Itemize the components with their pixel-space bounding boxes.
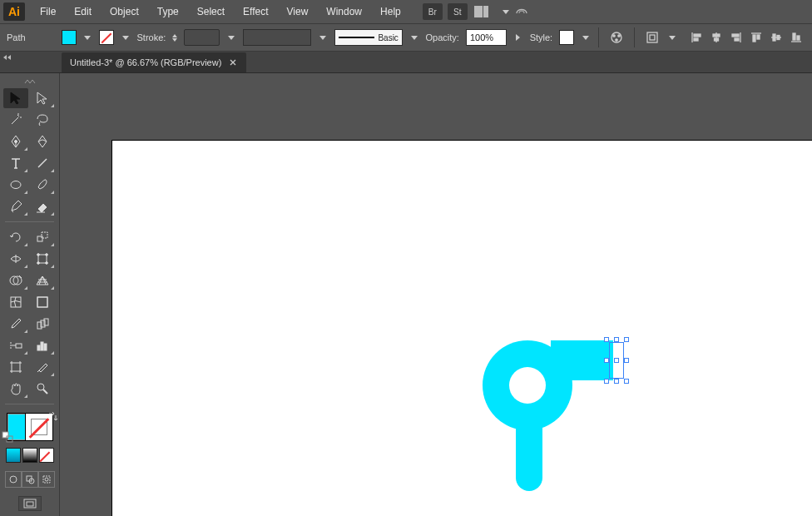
rotate-tool[interactable] [3,227,28,247]
artwork-bottom-bar[interactable] [516,414,542,491]
resize-handle-left-center[interactable] [604,358,609,363]
arrange-documents-button[interactable] [474,4,496,19]
paintbrush-tool[interactable] [30,175,55,195]
blend-tool[interactable] [30,314,55,334]
center-point-handle[interactable] [614,358,619,363]
column-graph-tool[interactable] [30,335,55,355]
align-top-icon[interactable] [747,28,765,47]
draw-behind-button[interactable] [22,471,38,488]
recolor-artwork-icon[interactable] [607,28,625,47]
tools-panel [0,73,60,516]
opacity-dropdown[interactable] [513,30,523,45]
graphic-style-swatch[interactable] [559,30,574,45]
opacity-field[interactable]: 100% [466,29,507,46]
gradient-tool[interactable] [30,292,55,312]
artboard[interactable] [111,140,812,516]
artboard-tool[interactable] [3,357,28,377]
align-left-icon[interactable] [687,28,706,47]
line-segment-tool[interactable] [30,153,55,173]
stroke-swatch[interactable] [99,30,114,45]
scale-tool[interactable] [30,227,55,247]
swap-fill-stroke-icon[interactable] [47,411,58,423]
mesh-tool[interactable] [3,292,28,312]
menu-type[interactable]: Type [149,2,187,21]
resize-handle-bottom-center[interactable] [614,379,619,384]
menu-edit[interactable]: Edit [66,2,100,21]
canvas-area[interactable] [60,73,812,516]
gpu-preview-icon[interactable] [512,2,531,21]
fill-swatch[interactable] [62,30,77,45]
arrange-documents-dropdown[interactable] [501,4,511,19]
resize-handle-bottom-left[interactable] [604,379,609,384]
menu-select[interactable]: Select [189,2,233,21]
type-tool[interactable] [3,153,28,173]
selection-tool[interactable] [3,88,28,108]
align-hcenter-icon[interactable] [707,28,725,47]
stroke-weight-field[interactable] [184,29,220,46]
direct-selection-tool[interactable] [30,88,55,108]
width-tool[interactable] [3,249,28,269]
gradient-mode-button[interactable] [22,448,37,463]
ellipse-tool[interactable] [3,175,28,195]
stroke-weight-dropdown[interactable] [226,30,236,45]
color-mode-button[interactable] [6,448,21,463]
align-vcenter-icon[interactable] [767,28,785,47]
variable-width-profile[interactable] [243,29,311,46]
eyedropper-tool[interactable] [3,314,28,334]
align-right-icon[interactable] [727,28,745,47]
eraser-tool[interactable] [30,196,55,216]
stroke-weight-stepper[interactable] [172,34,177,42]
fill-stroke-control[interactable] [7,413,53,442]
fill-dropdown[interactable] [83,30,93,45]
menu-view[interactable]: View [279,2,317,21]
brush-dropdown[interactable] [409,30,419,45]
align-to-dropdown[interactable] [667,30,677,45]
draw-inside-button[interactable] [38,471,55,488]
svg-rect-23 [797,36,800,40]
default-fill-stroke-icon[interactable] [2,431,13,443]
menu-effect[interactable]: Effect [235,2,276,21]
align-to-selection-icon[interactable] [643,28,661,47]
shape-builder-tool[interactable] [3,270,28,290]
menu-window[interactable]: Window [318,2,370,21]
menu-object[interactable]: Object [102,2,147,21]
align-bottom-icon[interactable] [787,28,805,47]
graphic-style-dropdown[interactable] [581,30,591,45]
svg-line-50 [43,389,47,394]
menu-file[interactable]: File [32,2,64,21]
perspective-grid-tool[interactable] [30,270,55,290]
stock-button[interactable]: St [448,3,468,20]
menu-help[interactable]: Help [372,2,409,21]
pencil-tool[interactable] [3,196,28,216]
divider [634,27,635,47]
screen-mode-button[interactable] [18,496,42,511]
pen-tool[interactable] [3,131,28,151]
zoom-tool[interactable] [30,379,55,399]
slice-tool[interactable] [30,357,55,377]
free-transform-tool[interactable] [30,249,55,269]
selection-bounding-box[interactable] [604,337,629,384]
none-mode-button[interactable] [39,448,54,463]
resize-handle-bottom-right[interactable] [624,379,629,384]
resize-handle-top-left[interactable] [604,337,609,342]
resize-handle-top-right[interactable] [624,337,629,342]
close-icon[interactable] [228,57,238,67]
resize-handle-top-center[interactable] [614,337,619,342]
svg-point-32 [37,253,40,256]
stroke-dropdown[interactable] [121,30,131,45]
resize-handle-right-center[interactable] [624,358,629,363]
brush-definition[interactable]: Basic [334,29,403,46]
document-tab[interactable]: Untitled-3* @ 66.67% (RGB/Preview) [62,52,246,72]
curvature-tool[interactable] [30,131,55,151]
hand-tool[interactable] [3,379,28,399]
tools-collapse-icon[interactable] [3,78,56,85]
bridge-button[interactable]: Br [423,3,443,20]
symbol-sprayer-tool[interactable] [3,335,28,355]
panel-collapse-toggle[interactable] [0,52,13,63]
variable-width-dropdown[interactable] [318,30,328,45]
magic-wand-tool[interactable] [3,110,28,130]
lasso-tool[interactable] [30,110,55,130]
draw-normal-button[interactable] [5,471,22,488]
opacity-label: Opacity: [426,32,459,42]
svg-rect-40 [37,297,47,307]
